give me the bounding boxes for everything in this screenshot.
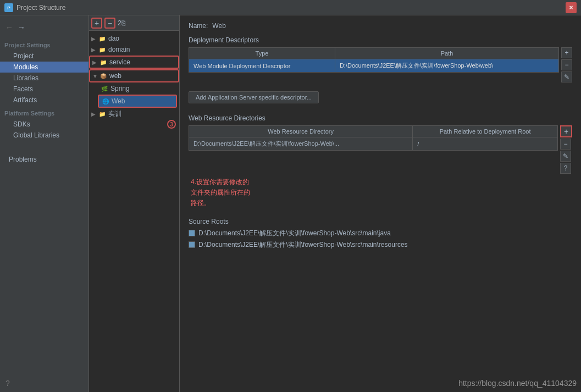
add-web-resource-btn[interactable]: +: [560, 125, 572, 137]
edit-web-resource-btn[interactable]: ✎: [560, 151, 571, 162]
toolbar-label: 2⎘: [118, 19, 125, 27]
tree-content: ▶ 📁 dao ▶ 📁 domain ▶ 📁 service: [89, 31, 179, 392]
sidebar-item-project[interactable]: Project: [0, 51, 88, 62]
tree-label-dao: dao: [108, 35, 119, 42]
deployment-descriptors-section: Deployment Descriptors Type Path Web Mod…: [189, 36, 572, 106]
sidebar-item-global-libraries[interactable]: Global Libraries: [0, 130, 88, 141]
add-app-server-btn-container: Add Application Server specific descript…: [189, 87, 572, 106]
service-annotation-box: ▶ 📁 service: [89, 56, 179, 69]
tree-item-shixun[interactable]: ▶ 📁 实训: [89, 108, 179, 120]
help-button[interactable]: ?: [4, 378, 11, 389]
tree-arrow-shixun: ▶: [91, 111, 98, 117]
spring-icon: 🌿: [100, 84, 109, 93]
deployment-table-actions: + − ✎: [561, 47, 572, 82]
sidebar-bottom: ?: [0, 374, 88, 392]
annotation-badge-3: 3: [167, 120, 176, 129]
col-path: Path: [335, 48, 558, 59]
tree-label-web: web: [109, 72, 121, 80]
forward-arrow[interactable]: →: [16, 22, 26, 33]
add-module-button[interactable]: +: [91, 18, 102, 29]
remove-descriptor-btn[interactable]: −: [561, 59, 572, 70]
source-roots-section: Source Roots D:\Documents\J2EE\解压文件\实训\f…: [189, 218, 572, 250]
annotation-text-container: 4.设置你需要修改的文件夹的属性所在的路径。: [191, 177, 572, 209]
svg-text:P: P: [7, 5, 10, 10]
sidebar-item-libraries[interactable]: Libraries: [0, 73, 88, 84]
edit-descriptor-btn[interactable]: ✎: [561, 71, 572, 82]
sidebar-item-sdks[interactable]: SDKs: [0, 119, 88, 130]
tree-arrow-web: ▼: [92, 73, 99, 79]
web-resource-table-container: Web Resource Directory Path Relative to …: [189, 125, 572, 174]
app-icon: P: [4, 3, 13, 12]
sidebar-item-modules[interactable]: Modules: [0, 62, 88, 73]
deployment-descriptors-title: Deployment Descriptors: [189, 36, 572, 44]
deployment-path-0: D:\Documents\J2EE\解压文件\实训\fowerShop-Web\…: [335, 59, 558, 73]
col-web-dir: Web Resource Directory: [189, 126, 413, 137]
deployment-table-container: Type Path Web Module Deployment Descript…: [189, 47, 572, 82]
tree-label-spring: Spring: [110, 85, 130, 92]
help-web-resource-btn[interactable]: ?: [560, 163, 571, 174]
deployment-type-0: Web Module Deployment Descriptor: [189, 59, 335, 73]
tree-item-domain[interactable]: ▶ 📁 domain: [89, 44, 179, 55]
tree-toolbar: + − 2⎘: [89, 15, 179, 31]
title-bar: P Project Structure ×: [0, 0, 581, 15]
tree-label-service: service: [109, 58, 130, 66]
watermark: https://blog.csdn.net/qq_41104329: [458, 379, 577, 388]
add-descriptor-btn[interactable]: +: [561, 47, 572, 58]
checkbox-1[interactable]: [189, 241, 195, 248]
web-resource-table-actions: + − ✎ ?: [560, 125, 572, 174]
deployment-table: Type Path Web Module Deployment Descript…: [189, 47, 559, 73]
sidebar-item-artifacts[interactable]: Artifacts: [0, 95, 88, 106]
name-row: Name: Web: [189, 22, 572, 30]
tree-item-service[interactable]: ▶ 📁 service: [90, 57, 178, 68]
checkbox-0[interactable]: [189, 230, 195, 236]
col-type: Type: [189, 48, 335, 59]
web-resource-table: Web Resource Directory Path Relative to …: [189, 125, 558, 151]
tree-label-web-child: Web: [112, 97, 125, 105]
tree-label-shixun: 实训: [108, 109, 121, 119]
tree-label-domain: domain: [108, 46, 130, 53]
name-value: Web: [212, 22, 225, 30]
remove-web-resource-btn[interactable]: −: [560, 139, 571, 150]
close-button[interactable]: ×: [566, 2, 577, 13]
web-annotation-box: ▼ 📦 web 1: [89, 69, 179, 82]
tree-arrow-domain: ▶: [91, 47, 98, 53]
nav-arrows: ← →: [0, 20, 88, 37]
tree-arrow-service: ▶: [92, 59, 99, 65]
source-root-row-1: D:\Documents\J2EE\解压文件\实训\fowerShop-Web\…: [189, 240, 572, 250]
tree-item-web[interactable]: ▼ 📦 web: [90, 70, 178, 81]
col-deployment-root: Path Relative to Deployment Root: [413, 126, 558, 137]
folder-icon-domain: 📁: [98, 45, 107, 54]
folder-icon-shixun: 📁: [98, 110, 107, 119]
web-resource-section: Web Resource Directories Web Resource Di…: [189, 114, 572, 209]
tree-arrow-dao: ▶: [91, 36, 98, 42]
tree-item-web-child[interactable]: 🌐 Web: [99, 96, 176, 107]
annotation-badge-1: 1: [178, 71, 179, 80]
folder-icon-service: 📁: [99, 58, 108, 67]
web-resource-dir-0: D:\Documents\J2EE\解压文件\实训\fowerShop-Web\…: [189, 137, 413, 151]
web-resource-row-0[interactable]: D:\Documents\J2EE\解压文件\实训\fowerShop-Web\…: [189, 137, 558, 151]
folder-icon-dao: 📁: [98, 34, 107, 43]
tree-item-spring[interactable]: 🌿 Spring: [89, 83, 179, 94]
source-root-label-0: D:\Documents\J2EE\解压文件\实训\fowerShop-Web\…: [198, 229, 391, 238]
web-icon: 🌐: [101, 97, 110, 106]
sidebar: ← → Project Settings Project Modules Lib…: [0, 15, 89, 392]
annotation-text: 4.设置你需要修改的文件夹的属性所在的路径。: [191, 177, 572, 209]
sidebar-item-facets[interactable]: Facets: [0, 84, 88, 95]
source-root-row-0: D:\Documents\J2EE\解压文件\实训\fowerShop-Web\…: [189, 229, 572, 238]
project-settings-title: Project Settings: [0, 37, 88, 51]
module-icon-web: 📦: [99, 71, 108, 80]
web-child-annotation-box: 🌐 Web: [98, 95, 177, 108]
source-root-label-1: D:\Documents\J2EE\解压文件\实训\fowerShop-Web\…: [198, 240, 408, 250]
content-panel: Name: Web Deployment Descriptors Type Pa…: [180, 15, 581, 392]
deployment-row-0[interactable]: Web Module Deployment Descriptor D:\Docu…: [189, 59, 559, 73]
remove-module-button[interactable]: −: [104, 18, 115, 29]
tree-panel: + − 2⎘ ▶ 📁 dao ▶ 📁 domain ▶ 📁: [89, 15, 180, 392]
sidebar-item-problems[interactable]: Problems: [0, 154, 88, 165]
back-arrow[interactable]: ←: [4, 22, 14, 33]
web-resource-title: Web Resource Directories: [189, 114, 572, 122]
tree-item-dao[interactable]: ▶ 📁 dao: [89, 33, 179, 44]
add-app-server-btn[interactable]: Add Application Server specific descript…: [189, 91, 319, 103]
window-title: Project Structure: [16, 4, 566, 12]
platform-settings-title: Platform Settings: [0, 106, 88, 119]
annotation-3-container: 3: [89, 120, 179, 129]
